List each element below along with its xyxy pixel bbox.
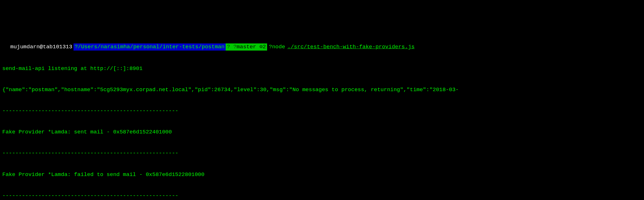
output-separator: ----------------------------------------…: [2, 192, 644, 199]
output-line: Fake Provider *Lamda: sent mail - 0x587e…: [2, 129, 644, 136]
output-separator: ----------------------------------------…: [2, 107, 644, 115]
output-line: Fake Provider *Lamda: failed to send mai…: [2, 171, 644, 178]
branch-name: master ⊙2: [236, 44, 266, 50]
command-text[interactable]: ./src/test-bench-with-fake-providers.js: [287, 43, 415, 51]
terminal-window[interactable]: mujumdarn@tab101313 ?/Users/narasimha/pe…: [0, 28, 644, 200]
output-line: send-mail-api listening at http://[::]:8…: [2, 65, 644, 72]
output-line: {"name":"postman","hostname":"5cg5293myx…: [2, 86, 644, 93]
branch-marker-icon: ?: [227, 44, 230, 50]
path-segment: ?/Users/narasimha/personal/inter-tests/p…: [73, 43, 226, 51]
cwd-path: /Users/narasimha/personal/inter-tests/po…: [78, 44, 224, 50]
runtime-segment: ?node: [267, 43, 287, 51]
output-separator: ----------------------------------------…: [2, 150, 644, 157]
runtime-name: node: [272, 44, 285, 50]
git-branch-segment: ? ?master ⊙2: [226, 43, 267, 51]
shell-prompt[interactable]: mujumdarn@tab101313 ?/Users/narasimha/pe…: [2, 43, 644, 51]
path-marker-icon: ?: [75, 44, 78, 50]
runtime-marker-icon: ?: [269, 44, 272, 50]
branch-marker2-icon: ?: [233, 44, 236, 50]
user-host-segment: mujumdarn@tab101313: [2, 43, 73, 51]
